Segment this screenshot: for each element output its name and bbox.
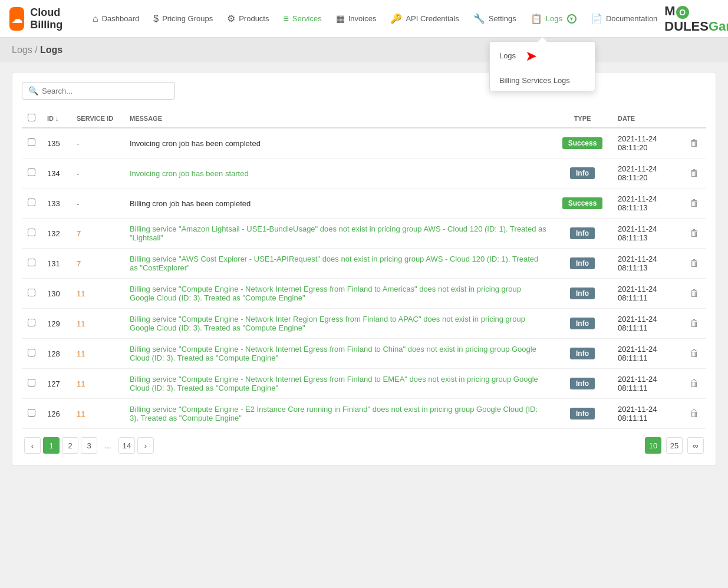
badge-info: Info	[570, 378, 595, 389]
pagination-next[interactable]: ›	[137, 437, 154, 454]
cell-action: 🗑	[683, 219, 706, 249]
cell-message: Billing cron job has been completed	[124, 189, 553, 219]
cell-message: Billing service "Compute Engine - Networ…	[124, 309, 553, 339]
table-header-row: ID ↓ SERVICE ID MESSAGE TYPE DATE	[22, 109, 706, 128]
row-checkbox[interactable]	[28, 169, 35, 176]
row-checkbox[interactable]	[28, 259, 35, 266]
mg-o-circle: O	[676, 6, 689, 19]
cell-date: 2021-11-2408:11:13	[612, 249, 683, 279]
modules-garden-logo: MODULESGarden	[664, 4, 728, 34]
message-link[interactable]: Billing service "Compute Engine - Networ…	[130, 285, 521, 302]
search-input[interactable]	[42, 87, 169, 95]
row-checkbox[interactable]	[28, 319, 35, 326]
row-checkbox[interactable]	[28, 379, 35, 387]
nav-item-invoices[interactable]: ▦ Invoices	[329, 0, 384, 38]
per-page-10[interactable]: 10	[645, 437, 661, 454]
dropdown-item-logs[interactable]: Logs ➤	[490, 42, 595, 70]
breadcrumb-separator: /	[35, 45, 40, 55]
per-page-all[interactable]: ∞	[687, 437, 704, 454]
delete-button[interactable]: 🗑	[690, 378, 699, 388]
cell-service-id: 11	[71, 279, 124, 309]
table-row: 12811Billing service "Compute Engine - N…	[22, 339, 706, 369]
row-checkbox[interactable]	[28, 289, 35, 296]
row-checkbox[interactable]	[28, 199, 35, 206]
cell-message: Invoicing cron job has been completed	[124, 128, 553, 158]
nav-item-products[interactable]: ⚙ Products	[220, 0, 276, 38]
delete-button[interactable]: 🗑	[690, 258, 699, 268]
badge-info: Info	[570, 348, 595, 359]
logo-area: ☁ Cloud Billing	[9, 6, 71, 31]
select-all-checkbox[interactable]	[28, 114, 35, 121]
nav-item-services[interactable]: ≡ Services	[276, 0, 328, 38]
dropdown-item-billing-services-logs[interactable]: Billing Services Logs	[490, 70, 595, 91]
delete-button[interactable]: 🗑	[690, 198, 699, 208]
cell-date: 2021-11-2408:11:11	[612, 369, 683, 399]
cell-action: 🗑	[683, 369, 706, 399]
cell-message: Billing service "Compute Engine - E2 Ins…	[124, 399, 553, 429]
col-header-checkbox	[22, 109, 41, 128]
row-checkbox[interactable]	[28, 349, 35, 356]
logs-table: ID ↓ SERVICE ID MESSAGE TYPE DATE 135-In…	[22, 109, 706, 429]
cell-date: 2021-11-2408:11:13	[612, 219, 683, 249]
message-link[interactable]: Billing service "AWS Cost Explorer - USE…	[130, 255, 538, 272]
delete-button[interactable]: 🗑	[690, 408, 699, 418]
table-row: 133-Billing cron job has been completedS…	[22, 189, 706, 219]
cell-id: 130	[41, 279, 71, 309]
message-link[interactable]: Invoicing cron job has been started	[130, 169, 249, 178]
cell-id: 129	[41, 309, 71, 339]
nav-label-documentation: Documentation	[606, 14, 657, 23]
per-page-25[interactable]: 25	[666, 437, 683, 454]
nav-item-api-credentials[interactable]: 🔑 API Credentials	[383, 0, 466, 38]
delete-button[interactable]: 🗑	[690, 318, 699, 328]
col-header-date: DATE	[612, 109, 683, 128]
cell-service-id: 11	[71, 369, 124, 399]
table-row: 13011Billing service "Compute Engine - N…	[22, 279, 706, 309]
settings-icon: 🔧	[473, 13, 485, 24]
cell-service-id: -	[71, 158, 124, 189]
message-link[interactable]: Billing service "Compute Engine - Networ…	[130, 315, 525, 332]
cell-action: 🗑	[683, 128, 706, 158]
pagination-prev[interactable]: ‹	[24, 437, 41, 454]
badge-info: Info	[570, 408, 595, 419]
message-link[interactable]: Billing service "Compute Engine - Networ…	[130, 345, 536, 362]
message-link[interactable]: Billing service "Amazon Lightsail - USE1…	[130, 224, 546, 242]
nav-item-dashboard[interactable]: ⌂ Dashboard	[85, 0, 146, 38]
cell-date: 2021-11-2408:11:11	[612, 309, 683, 339]
nav-item-logs[interactable]: 📋 Logs ▾	[523, 0, 584, 38]
pagination-page-2[interactable]: 2	[62, 437, 78, 454]
services-icon: ≡	[283, 14, 288, 24]
logs-dropdown-chevron[interactable]: ▾	[567, 14, 577, 24]
products-icon: ⚙	[227, 13, 235, 24]
nav-item-documentation[interactable]: 📄 Documentation	[584, 0, 664, 38]
cell-action: 🗑	[683, 158, 706, 189]
delete-button[interactable]: 🗑	[690, 228, 699, 238]
row-checkbox[interactable]	[28, 138, 35, 146]
search-icon: 🔍	[28, 86, 38, 95]
pagination: ‹ 1 2 3 ... 14 › 10 25 ∞	[22, 429, 706, 456]
delete-button[interactable]: 🗑	[690, 138, 699, 148]
delete-button[interactable]: 🗑	[690, 168, 699, 178]
pagination-page-1[interactable]: 1	[43, 437, 60, 454]
badge-info: Info	[570, 257, 595, 269]
delete-button[interactable]: 🗑	[690, 288, 699, 298]
nav-label-logs: Logs	[546, 14, 562, 23]
cell-message: Invoicing cron job has been started	[124, 158, 553, 189]
cell-type: Info	[553, 309, 612, 339]
message-link[interactable]: Billing service "Compute Engine - Networ…	[130, 375, 538, 392]
cell-action: 🗑	[683, 279, 706, 309]
cell-type: Success	[553, 189, 612, 219]
mg-modules-text: M	[664, 4, 675, 18]
cell-date: 2021-11-2408:11:11	[612, 399, 683, 429]
pagination-page-3[interactable]: 3	[81, 437, 97, 454]
cell-message: Billing service "Compute Engine - Networ…	[124, 279, 553, 309]
cell-message: Billing service "Compute Engine - Networ…	[124, 339, 553, 369]
col-header-service-id: SERVICE ID	[71, 109, 124, 128]
row-checkbox[interactable]	[28, 409, 35, 417]
pagination-page-14[interactable]: 14	[118, 437, 135, 454]
nav-item-pricing-groups[interactable]: $ Pricing Groups	[146, 0, 220, 38]
nav-item-settings[interactable]: 🔧 Settings	[466, 0, 523, 38]
cell-date: 2021-11-2408:11:11	[612, 339, 683, 369]
delete-button[interactable]: 🗑	[690, 348, 699, 358]
message-link[interactable]: Billing service "Compute Engine - E2 Ins…	[130, 405, 538, 422]
row-checkbox[interactable]	[28, 229, 35, 236]
